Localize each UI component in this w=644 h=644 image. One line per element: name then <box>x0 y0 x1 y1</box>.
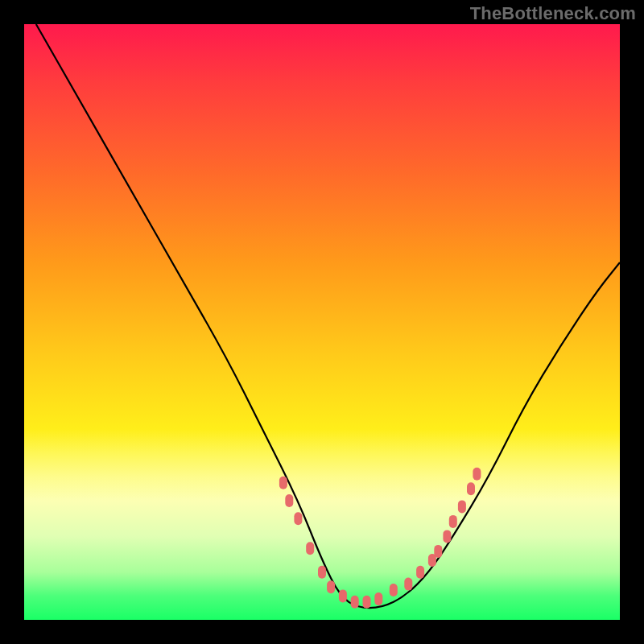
marker-point <box>434 545 442 558</box>
marker-point <box>404 578 412 591</box>
marker-point <box>390 584 398 597</box>
marker-point <box>467 482 475 495</box>
marker-point <box>416 566 424 579</box>
marker-point <box>363 596 371 609</box>
chart-svg <box>24 24 620 620</box>
marker-point <box>279 477 287 489</box>
marker-point <box>449 515 457 528</box>
marker-point <box>327 580 335 593</box>
marker-point <box>374 592 382 605</box>
marker-point <box>306 542 314 555</box>
watermark-text: TheBottleneck.com <box>470 3 636 24</box>
marker-point <box>443 530 451 543</box>
marker-point <box>318 566 326 579</box>
marker-point <box>351 596 359 609</box>
bottleneck-curve <box>36 24 620 608</box>
marker-point <box>473 468 481 481</box>
marker-point <box>285 494 293 507</box>
marker-point <box>339 589 347 602</box>
marker-group <box>279 468 481 609</box>
marker-point <box>458 500 466 513</box>
marker-point <box>294 512 302 525</box>
